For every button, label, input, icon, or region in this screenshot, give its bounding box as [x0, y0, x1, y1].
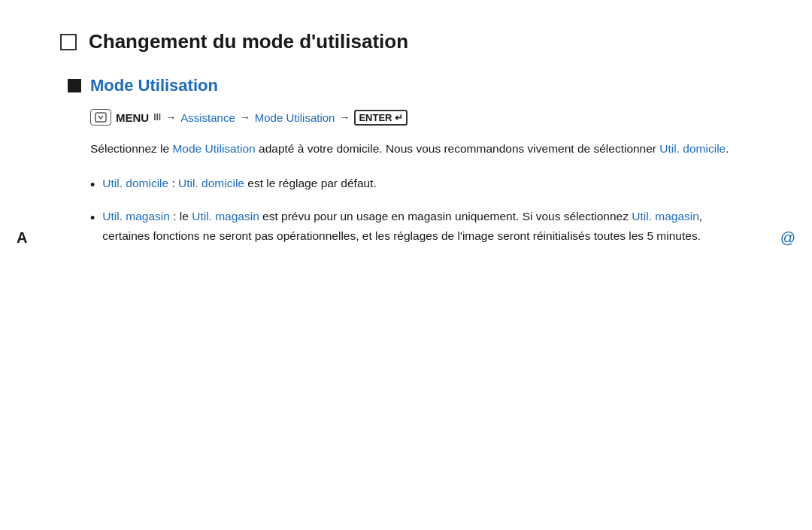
bullet-2-sep: : le [170, 210, 192, 223]
arrow-1: → [165, 111, 176, 123]
bullet-1-label1: Util. domicile [102, 177, 168, 189]
bullet-list: • Util. domicile : Util. domicile est le… [90, 174, 752, 246]
bullet-2-content: Util. magasin : le Util. magasin est pré… [102, 207, 752, 245]
main-title-row: Changement du mode d'utilisation [60, 30, 752, 53]
bullet-dot-2: • [90, 207, 95, 230]
bullet-2-label2: Util. magasin [192, 210, 259, 223]
menu-path: MENU III → Assistance → Mode Utilisation… [90, 109, 752, 126]
desc-util-domicile: Util. domicile [659, 142, 726, 155]
desc-end: . [726, 142, 729, 155]
bullet-1-label2: Util. domicile [178, 177, 244, 189]
bullet-dot-1: • [90, 174, 95, 197]
enter-icon: ENTER ↵ [354, 110, 408, 126]
section-title: Mode Utilisation [90, 76, 218, 95]
bullet-2-label1: Util. magasin [102, 210, 170, 223]
bullet-1-text: est le réglage par défaut. [244, 177, 377, 189]
bullet-2-label3: Util. magasin [632, 210, 699, 223]
arrow-3: → [339, 111, 350, 123]
svg-rect-0 [95, 113, 106, 122]
bullet-1-content: Util. domicile : Util. domicile est le r… [102, 174, 376, 193]
section: Mode Utilisation MENU III → Assistance →… [68, 76, 752, 245]
menu-assistance: Assistance [180, 111, 235, 124]
menu-icon [90, 109, 111, 126]
bullet-1-sep: : [168, 177, 178, 189]
menu-sub: III [153, 112, 161, 123]
side-label-a: A [17, 229, 27, 247]
list-item: • Util. magasin : le Util. magasin est p… [90, 207, 752, 245]
list-item: • Util. domicile : Util. domicile est le… [90, 174, 752, 197]
description-text: Sélectionnez le Mode Utilisation adapté … [90, 139, 752, 159]
menu-text: MENU [116, 111, 149, 124]
section-title-row: Mode Utilisation [68, 76, 752, 95]
black-square-icon [68, 79, 81, 92]
desc-part2: adapté à votre domicile. Nous vous recom… [256, 142, 660, 155]
bullet-2-text1: est prévu pour un usage en magasin uniqu… [259, 210, 632, 223]
menu-mode-utilisation: Mode Utilisation [255, 111, 335, 124]
desc-mode-utilisation: Mode Utilisation [172, 142, 255, 155]
arrow-2: → [240, 111, 250, 123]
side-label-at: @ [780, 229, 795, 247]
page-container: Changement du mode d'utilisation Mode Ut… [0, 0, 812, 286]
checkbox-icon [60, 34, 77, 50]
desc-part1: Sélectionnez le [90, 142, 172, 155]
main-title-text: Changement du mode d'utilisation [89, 30, 408, 53]
